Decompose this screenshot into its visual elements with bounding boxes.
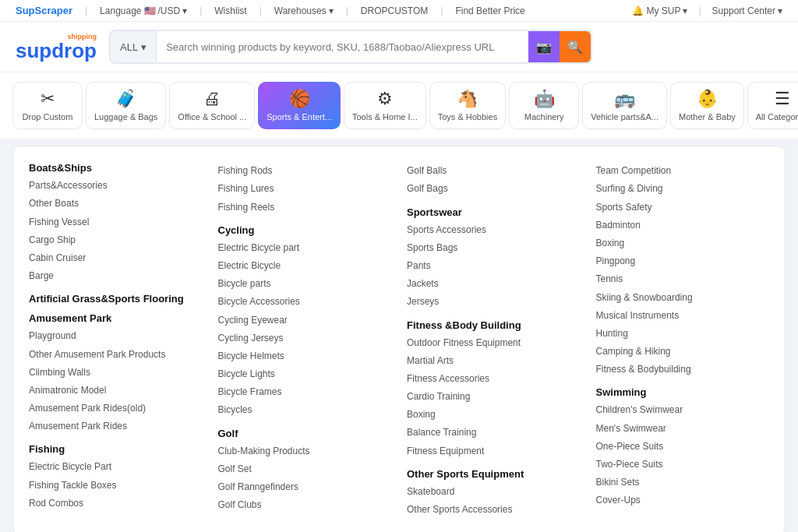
menu-two-piece-suits[interactable]: Two-Piece Suits xyxy=(596,456,770,474)
search-input[interactable] xyxy=(157,31,528,62)
menu-fishing-tackle-boxes[interactable]: Fishing Tackle Boxes xyxy=(29,477,203,495)
menu-cabin-cruiser[interactable]: Cabin Cruiser xyxy=(29,249,203,267)
menu-skiing-snowboarding[interactable]: Skiing & Snowboarding xyxy=(596,289,770,307)
menu-bicycles[interactable]: Bicycles xyxy=(218,401,392,419)
menu-playground[interactable]: Playground xyxy=(29,327,203,345)
cat-vehicle-parts[interactable]: 🚌 Vehicle parts&A... xyxy=(582,82,667,129)
basketball-icon: 🏀 xyxy=(289,89,310,109)
menu-parts-accessories[interactable]: Parts&Accessories xyxy=(29,177,203,195)
chevron-down-icon: ▾ xyxy=(683,5,687,16)
menu-fitness-bodybuilding[interactable]: Fitness & Bodybuilding xyxy=(596,361,770,379)
menu-boxing[interactable]: Boxing xyxy=(596,234,770,252)
menu-cycling-eyewear[interactable]: Cycling Eyewear xyxy=(218,312,392,329)
camera-search-button[interactable]: 📷 xyxy=(528,31,560,62)
menu-electric-bicycle-part-cycling[interactable]: Electric Bicycle part xyxy=(218,239,392,257)
menu-outdoor-fitness-equipment[interactable]: Outdoor Fitness Equipment xyxy=(407,334,581,352)
menu-bicycle-helmets[interactable]: Bicycle Helmets xyxy=(218,347,392,365)
menu-electric-bicycle[interactable]: Electric Bicycle xyxy=(218,257,392,275)
menu-fitness-equipment[interactable]: Fitness Equipment xyxy=(407,442,581,460)
menu-amusement-park-rides-old[interactable]: Amusement Park Rides(old) xyxy=(29,400,203,417)
menu-golf-clubs[interactable]: Golf Clubs xyxy=(218,496,392,514)
menu-cardio-training[interactable]: Cardio Training xyxy=(407,388,581,406)
chevron-down-icon: ▾ xyxy=(329,5,334,16)
menu-electric-bicycle-part[interactable]: Electric Bicycle Part xyxy=(29,458,203,476)
cat-all-categories[interactable]: ☰ All Categories xyxy=(747,82,798,129)
menu-other-amusement-park-products[interactable]: Other Amusement Park Products xyxy=(29,346,203,364)
menu-fishing-reels[interactable]: Fishing Reels xyxy=(218,199,392,217)
menu-golf-bags[interactable]: Golf Bags xyxy=(407,180,581,198)
menu-skateboard[interactable]: Skateboard xyxy=(407,483,581,501)
menu-bikini-sets[interactable]: Bikini Sets xyxy=(596,474,770,491)
menu-cycling-jerseys[interactable]: Cycling Jerseys xyxy=(218,329,392,347)
warehouses-menu[interactable]: Warehouses ▾ xyxy=(274,5,334,16)
menu-other-sports-accessories[interactable]: Other Sports Accessories xyxy=(407,501,581,519)
search-button[interactable]: 🔍 xyxy=(560,31,591,62)
menu-other-boats[interactable]: Other Boats xyxy=(29,195,203,213)
menu-one-piece-suits[interactable]: One-Piece Suits xyxy=(596,438,770,456)
menu-tennis[interactable]: Tennis xyxy=(596,270,770,288)
menu-martial-arts[interactable]: Martial Arts xyxy=(407,352,581,370)
search-category-selector[interactable]: ALL ▾ xyxy=(111,31,157,62)
menu-golf-set[interactable]: Golf Set xyxy=(218,460,392,478)
menu-musical-instruments[interactable]: Musical Instruments xyxy=(596,307,770,325)
menu-boxing-fitness[interactable]: Boxing xyxy=(407,406,581,424)
menu-golf-balls[interactable]: Golf Balls xyxy=(407,162,581,180)
menu-pingpong[interactable]: Pingpong xyxy=(596,252,770,270)
scissors-icon: ✂ xyxy=(41,89,55,109)
top-navigation: SupScraper | Language 🇺🇸 /USD ▾ | Wishli… xyxy=(0,0,798,22)
cat-sports-entert[interactable]: 🏀 Sports & Entert... xyxy=(258,82,341,129)
menu-jerseys[interactable]: Jerseys xyxy=(407,293,581,311)
menu-team-competition[interactable]: Team Competition xyxy=(596,162,770,180)
cat-luggage-bags[interactable]: 🧳 Luggage & Bags xyxy=(86,82,166,129)
grid-icon: ☰ xyxy=(775,89,790,109)
menu-mens-swimwear[interactable]: Men's Swimwear xyxy=(596,420,770,438)
menu-animatronic-model[interactable]: Animatronic Model xyxy=(29,382,203,400)
menu-cargo-ship[interactable]: Cargo Ship xyxy=(29,231,203,249)
cat-machinery[interactable]: 🤖 Machinery xyxy=(509,82,579,129)
wishlist-link[interactable]: Wishlist xyxy=(214,5,246,16)
my-sup-menu[interactable]: 🔔 My SUP ▾ xyxy=(632,5,687,16)
menu-bicycle-parts[interactable]: Bicycle parts xyxy=(218,275,392,293)
supscraper-link[interactable]: SupScraper xyxy=(16,5,72,16)
menu-bicycle-lights[interactable]: Bicycle Lights xyxy=(218,365,392,383)
support-center-menu[interactable]: Support Center ▾ xyxy=(712,5,782,16)
menu-fitness-accessories[interactable]: Fitness Accessories xyxy=(407,370,581,388)
cat-office-school[interactable]: 🖨 Office & School ... xyxy=(169,82,255,129)
cat-toys-hobbies[interactable]: 🐴 Toys & Hobbies xyxy=(429,82,506,129)
menu-sports-bags[interactable]: Sports Bags xyxy=(407,239,581,257)
menu-club-making-products[interactable]: Club-Making Products xyxy=(218,442,392,460)
language-selector[interactable]: Language 🇺🇸 /USD ▾ xyxy=(100,5,187,16)
bell-icon: 🔔 xyxy=(632,5,644,16)
cat-drop-custom[interactable]: ✂ Drop Custom xyxy=(12,82,83,129)
menu-barge[interactable]: Barge xyxy=(29,267,203,285)
menu-hunting[interactable]: Hunting xyxy=(596,325,770,343)
logo-sup-text: sup xyxy=(16,41,51,61)
menu-pants[interactable]: Pants xyxy=(407,257,581,275)
amusement-park-header: Amusement Park xyxy=(29,312,203,324)
swimming-header: Swimming xyxy=(596,386,770,398)
cat-tools-home[interactable]: ⚙ Tools & Home I... xyxy=(344,82,426,129)
menu-balance-training[interactable]: Balance Training xyxy=(407,424,581,442)
menu-cover-ups[interactable]: Cover-Ups xyxy=(596,491,770,509)
find-better-price-link[interactable]: Find Better Price xyxy=(455,5,524,16)
menu-fishing-rods[interactable]: Fishing Rods xyxy=(218,162,392,180)
menu-climbing-walls[interactable]: Climbing Walls xyxy=(29,364,203,382)
menu-jackets[interactable]: Jackets xyxy=(407,275,581,293)
menu-fishing-lures[interactable]: Fishing Lures xyxy=(218,180,392,198)
menu-surfing-diving[interactable]: Surfing & Diving xyxy=(596,180,770,198)
menu-fishing-vessel[interactable]: Fishing Vessel xyxy=(29,213,203,231)
menu-sports-accessories[interactable]: Sports Accessories xyxy=(407,221,581,239)
menu-bicycle-accessories[interactable]: Bicycle Accessories xyxy=(218,293,392,311)
header: shipping sup drop ALL ▾ 📷 🔍 xyxy=(0,22,798,72)
menu-camping-hiking[interactable]: Camping & Hiking xyxy=(596,343,770,361)
logo[interactable]: shipping sup drop xyxy=(16,33,97,61)
menu-sports-safety[interactable]: Sports Safety xyxy=(596,199,770,217)
menu-amusement-park-rides[interactable]: Amusement Park Rides xyxy=(29,417,203,435)
menu-rod-combos[interactable]: Rod Combos xyxy=(29,495,203,513)
menu-bicycle-frames[interactable]: Bicycle Frames xyxy=(218,383,392,401)
cat-mother-baby[interactable]: 👶 Mother & Baby xyxy=(670,82,744,129)
dropcustom-link[interactable]: DROPCUSTOM xyxy=(361,5,428,16)
menu-badminton[interactable]: Badminton xyxy=(596,217,770,234)
menu-golf-rangefinders[interactable]: Golf Ranngefinders xyxy=(218,478,392,496)
menu-childrens-swimwear[interactable]: Children's Swimwear xyxy=(596,401,770,419)
